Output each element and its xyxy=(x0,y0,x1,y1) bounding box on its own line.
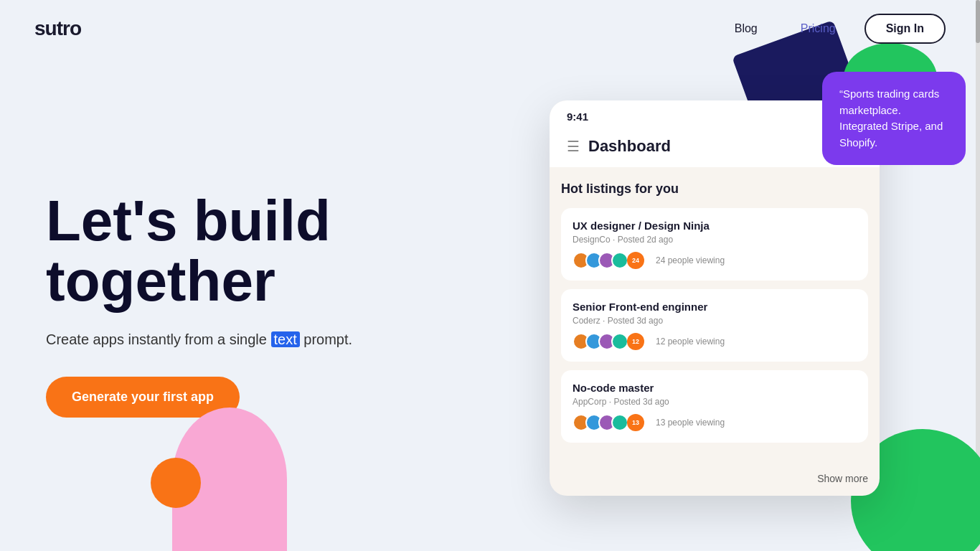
avatar-count: 24 xyxy=(627,252,644,269)
avatar xyxy=(611,414,628,431)
listing-meta: DesignCo · Posted 2d ago xyxy=(573,235,857,245)
listing-meta: Coderz · Posted 3d ago xyxy=(573,316,857,326)
show-more[interactable]: Show more xyxy=(550,466,880,496)
listing-footer: 13 13 people viewing xyxy=(573,414,857,431)
avatars: 12 xyxy=(573,333,644,350)
listing-card[interactable]: Senior Front-end enginner Coderz · Poste… xyxy=(561,289,868,362)
listing-footer: 12 12 people viewing xyxy=(573,333,857,350)
listing-meta: AppCorp · Posted 3d ago xyxy=(573,397,857,407)
listing-title: Senior Front-end enginner xyxy=(573,301,857,313)
avatar xyxy=(611,333,628,350)
listing-footer: 24 24 people viewing xyxy=(573,252,857,269)
listing-title: UX designer / Design Ninja xyxy=(573,220,857,232)
hot-listings-title: Hot listings for you xyxy=(561,182,868,197)
avatars: 24 xyxy=(573,252,644,269)
nav-link-blog[interactable]: Blog xyxy=(735,22,758,35)
nav-link-pricing[interactable]: Pricing xyxy=(801,22,836,35)
listing-card[interactable]: No-code master AppCorp · Posted 3d ago 1… xyxy=(561,370,868,443)
right-panel: “Sports trading cards marketplace. Integ… xyxy=(535,57,980,551)
speech-bubble: “Sports trading cards marketplace. Integ… xyxy=(822,72,966,165)
phone-dashboard-title: Dashboard xyxy=(588,137,671,156)
highlight-text: text xyxy=(271,331,300,347)
avatar-count: 13 xyxy=(627,414,644,431)
phone-body: Hot listings for you UX designer / Desig… xyxy=(550,167,880,466)
viewing-text: 13 people viewing xyxy=(656,418,725,428)
listing-card[interactable]: UX designer / Design Ninja DesignCo · Po… xyxy=(561,208,868,281)
navbar: sutro Blog Pricing Sign In xyxy=(0,0,980,57)
hero-subtitle: Create apps instantly from a single text… xyxy=(46,331,499,348)
sign-in-button[interactable]: Sign In xyxy=(864,14,946,44)
avatar xyxy=(611,252,628,269)
viewing-text: 12 people viewing xyxy=(656,336,725,347)
logo[interactable]: sutro xyxy=(34,17,81,40)
hamburger-icon[interactable]: ☰ xyxy=(567,138,580,155)
avatar-count: 12 xyxy=(627,333,644,350)
avatars: 13 xyxy=(573,414,644,431)
shape-orange xyxy=(151,458,201,508)
nav-links: Blog Pricing xyxy=(735,22,836,35)
viewing-text: 24 people viewing xyxy=(656,255,725,265)
listing-title: No-code master xyxy=(573,382,857,394)
hero-title: Let's build together xyxy=(46,191,499,311)
